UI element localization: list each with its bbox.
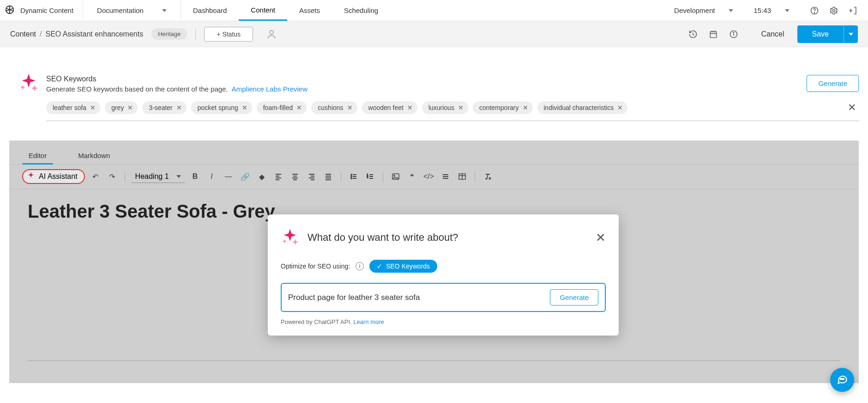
seo-tag-label: pocket sprung [198, 104, 238, 111]
align-left-icon[interactable] [272, 171, 284, 183]
ai-prompt-input[interactable] [288, 293, 543, 302]
save-more-button[interactable] [844, 25, 858, 43]
nav-assets-label: Assets [299, 6, 320, 14]
remove-tag-icon[interactable]: ✕ [176, 104, 182, 111]
ai-generate-button[interactable]: Generate [550, 289, 598, 305]
chat-fab[interactable] [830, 368, 854, 392]
brand[interactable]: Dynamic Content [0, 0, 83, 21]
nav-dashboard[interactable]: Dashboard [181, 0, 239, 21]
environment-label: Development [674, 6, 715, 14]
redo-icon[interactable]: ↷ [106, 171, 118, 183]
remove-tag-icon[interactable]: ✕ [242, 104, 247, 111]
breadcrumb-root[interactable]: Content [10, 30, 36, 38]
editor-toolbar: AI Assistant ↶ ↷ Heading 1 B I — 🔗 ◆ 12 … [9, 164, 859, 189]
align-justify-icon[interactable] [322, 171, 334, 183]
documentation-label: Documentation [97, 6, 144, 14]
logout-icon[interactable] [849, 6, 858, 15]
history-icon[interactable] [688, 30, 698, 39]
ordered-list-icon[interactable]: 12 [364, 171, 376, 183]
svg-point-3 [833, 9, 835, 12]
remove-tag-icon[interactable]: ✕ [407, 104, 413, 111]
seo-generate-button[interactable]: Generate [807, 75, 859, 92]
quote-icon[interactable]: ❝ [406, 171, 418, 183]
brand-logo-icon [5, 5, 15, 16]
image-icon[interactable] [390, 171, 402, 183]
gear-icon[interactable] [829, 6, 838, 15]
close-icon[interactable]: ✕ [596, 231, 606, 245]
seo-preview-link[interactable]: Amplience Labs Preview [232, 85, 307, 93]
tab-editor[interactable]: Editor [22, 147, 53, 164]
svg-point-16 [840, 379, 841, 379]
seo-chip-label: SEO Keywords [386, 263, 430, 270]
seo-tag-label: individual characteristics [544, 104, 614, 111]
remove-tag-icon[interactable]: ✕ [127, 104, 133, 111]
cancel-button[interactable]: Cancel [751, 25, 795, 43]
help-icon[interactable] [810, 6, 819, 15]
nav-content[interactable]: Content [239, 0, 287, 21]
svg-point-17 [842, 379, 843, 379]
align-center-icon[interactable] [289, 171, 301, 183]
bullet-list-icon[interactable] [348, 171, 360, 183]
tab-markdown[interactable]: Markdown [72, 147, 116, 164]
seo-keywords-chip[interactable]: ✓ SEO Keywords [369, 260, 437, 273]
document-hr [28, 360, 840, 361]
sub-header: Content / SEO Assistant enhancements Her… [0, 21, 868, 47]
brand-name: Dynamic Content [20, 6, 73, 14]
clear-all-tags-icon[interactable]: ✕ [845, 102, 859, 114]
remove-tag-icon[interactable]: ✕ [296, 104, 302, 111]
ai-input-row: Generate [281, 283, 606, 312]
undo-icon[interactable]: ↶ [90, 171, 102, 183]
seo-block-subtitle: Generate SEO keywords based on the conte… [46, 85, 807, 93]
top-action-icons [800, 6, 868, 15]
ai-learn-more-link[interactable]: Learn more [353, 318, 384, 325]
remove-tag-icon[interactable]: ✕ [458, 104, 464, 111]
anchor-icon[interactable]: ◆ [256, 171, 268, 183]
toolbar-divider [383, 171, 383, 182]
time-selector[interactable]: 15:43 [743, 6, 800, 14]
calendar-icon[interactable] [709, 30, 718, 39]
table-icon[interactable] [456, 171, 468, 183]
italic-icon[interactable]: I [206, 171, 218, 183]
clear-format-icon[interactable] [482, 171, 494, 183]
seo-keywords-block: SEO Keywords Generate SEO keywords based… [9, 75, 859, 121]
remove-tag-icon[interactable]: ✕ [90, 104, 96, 111]
align-right-icon[interactable] [306, 171, 318, 183]
info-icon[interactable] [729, 30, 738, 39]
svg-text:2: 2 [367, 176, 368, 178]
seo-tag-label: luxurious [428, 104, 454, 111]
chevron-down-icon [729, 9, 733, 12]
nav-dashboard-label: Dashboard [193, 6, 227, 14]
info-icon[interactable]: i [356, 262, 364, 270]
strikethrough-icon[interactable]: — [223, 171, 235, 183]
chevron-down-icon [785, 9, 790, 12]
documentation-menu[interactable]: Documentation [83, 0, 181, 21]
seo-tag: luxurious✕ [422, 101, 468, 114]
svg-point-10 [351, 178, 352, 179]
tags-underline [46, 121, 859, 121]
hr-icon[interactable] [440, 171, 452, 183]
user-avatar-icon[interactable] [265, 28, 278, 41]
save-group: Save [797, 25, 858, 43]
seo-tag-label: 3-seater [149, 104, 172, 111]
environment-selector[interactable]: Development [664, 6, 743, 14]
remove-tag-icon[interactable]: ✕ [617, 104, 623, 111]
remove-tag-icon[interactable]: ✕ [523, 104, 528, 111]
ai-assistant-button[interactable]: AI Assistant [22, 169, 85, 184]
seo-tag-label: foam-filled [263, 104, 293, 111]
code-icon[interactable]: </> [423, 171, 435, 183]
link-icon[interactable]: 🔗 [239, 171, 251, 183]
nav-assets[interactable]: Assets [287, 0, 332, 21]
seo-tag: wooden feet✕ [362, 101, 417, 114]
chevron-down-icon [162, 9, 167, 12]
ai-optimize-label: Optimize for SEO using: [281, 263, 350, 270]
remove-tag-icon[interactable]: ✕ [347, 104, 353, 111]
seo-tag-label: cushions [318, 104, 343, 111]
save-button[interactable]: Save [797, 25, 844, 43]
bold-icon[interactable]: B [189, 171, 201, 183]
top-bar: Dynamic Content Documentation Dashboard … [0, 0, 868, 21]
heading-selector[interactable]: Heading 1 [132, 171, 185, 183]
nav-scheduling[interactable]: Scheduling [332, 0, 390, 21]
seo-tag: individual characteristics✕ [537, 101, 628, 114]
seo-block-title: SEO Keywords [46, 75, 807, 83]
add-status-button[interactable]: + Status [204, 27, 253, 42]
